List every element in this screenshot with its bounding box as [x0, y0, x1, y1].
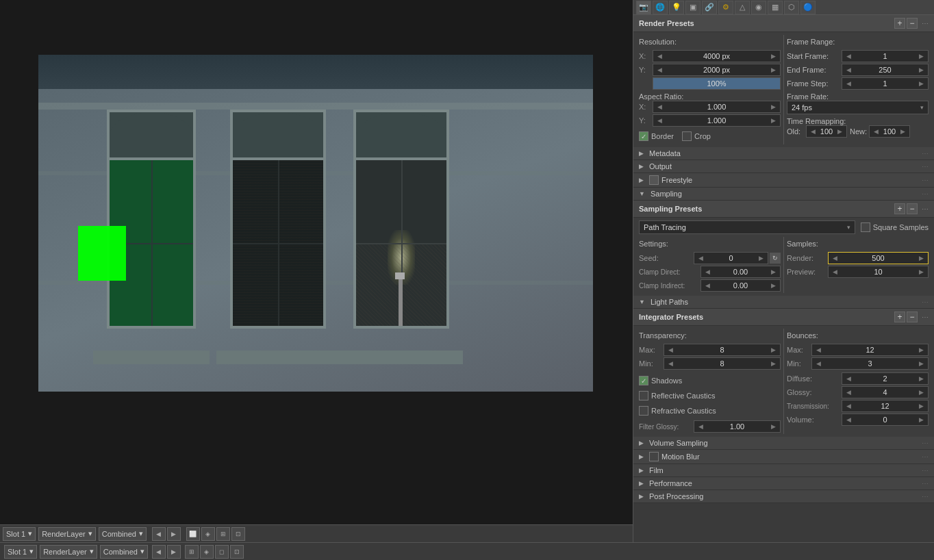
- motion-blur-row[interactable]: ▶ Motion Blur ⋯: [633, 450, 934, 464]
- resolution-x-field[interactable]: ◀ 4000 px ▶: [653, 50, 781, 62]
- volume-sampling-triangle: ▶: [639, 440, 644, 446]
- combined-selector[interactable]: Combined ▾: [100, 545, 148, 559]
- res-y-arrow-left: ◀: [656, 66, 664, 73]
- next-btn[interactable]: ▶: [167, 545, 181, 559]
- view-icon[interactable]: ◈: [200, 545, 214, 559]
- scene-icon[interactable]: 🌐: [653, 1, 668, 14]
- aspect-x-field[interactable]: ◀ 1.000 ▶: [653, 101, 781, 113]
- volume-sampling-dots: ⋯: [922, 440, 929, 447]
- aspect-y-field[interactable]: ◀ 1.000 ▶: [653, 114, 781, 127]
- transmission-field[interactable]: ◀ 12 ▶: [842, 400, 929, 412]
- physics-icon[interactable]: 🔵: [800, 1, 816, 14]
- seed-icon[interactable]: ↻: [770, 253, 781, 264]
- refractive-caustics-checkbox[interactable]: [639, 406, 648, 416]
- material-icon[interactable]: ◉: [751, 1, 766, 14]
- motion-blur-triangle: ▶: [639, 453, 644, 460]
- slot-selector-bottom[interactable]: Slot 1 ▾: [4, 545, 37, 559]
- path-tracing-dropdown[interactable]: Path Tracing ▾: [639, 220, 855, 234]
- render-presets-dots[interactable]: ⋯: [922, 20, 929, 27]
- render-icon-btn[interactable]: ◻: [215, 545, 229, 559]
- integrator-presets-remove-btn[interactable]: −: [907, 311, 918, 322]
- light-paths-row[interactable]: ▼ Light Paths ⋯: [633, 296, 934, 309]
- sampling-presets-add-btn[interactable]: +: [894, 203, 905, 214]
- freestyle-triangle: ▶: [639, 177, 644, 183]
- modifier-icon[interactable]: ⚙: [718, 1, 733, 14]
- volume-sampling-row[interactable]: ▶ Volume Sampling ⋯: [633, 437, 934, 450]
- square-samples-row: Square Samples: [861, 222, 929, 232]
- performance-row[interactable]: ▶ Performance ⋯: [633, 477, 934, 490]
- data-icon[interactable]: △: [735, 1, 750, 14]
- motion-blur-checkbox[interactable]: [649, 452, 659, 461]
- render-layer-selector[interactable]: RenderLayer ▾: [38, 527, 96, 541]
- grid-icon[interactable]: ⊞: [185, 545, 199, 559]
- extra-icon[interactable]: ⊡: [230, 545, 244, 559]
- integrator-presets-add-btn[interactable]: +: [894, 311, 905, 322]
- viewport[interactable]: Slot 1 ▾ RenderLayer ▾ Combined ▾ ◀ ▶: [0, 0, 633, 542]
- new-field[interactable]: ◀ 100 ▶: [869, 125, 910, 138]
- old-field[interactable]: ◀ 100 ▶: [806, 125, 847, 138]
- constraint-icon[interactable]: 🔗: [702, 1, 717, 14]
- clamp-indirect-field[interactable]: ◀ 0.00 ▶: [700, 279, 781, 292]
- post-processing-row[interactable]: ▶ Post Processing ⋯: [633, 490, 934, 503]
- bounces-max-field[interactable]: ◀ 12 ▶: [811, 344, 929, 356]
- freestyle-row[interactable]: ▶ Freestyle ⋯: [633, 173, 934, 188]
- preview-samples-field[interactable]: ◀ 10 ▶: [828, 266, 929, 278]
- texture-icon[interactable]: ▦: [768, 1, 783, 14]
- next-frame-btn[interactable]: ▶: [167, 527, 181, 541]
- resolution-y-field[interactable]: ◀ 2000 px ▶: [653, 64, 781, 76]
- filter-glossy-field[interactable]: ◀ 1.00 ▶: [694, 420, 781, 433]
- metadata-row[interactable]: ▶ Metadata ⋯: [633, 147, 934, 160]
- object-icon[interactable]: ▣: [685, 1, 700, 14]
- view-icon3[interactable]: ⊞: [216, 527, 230, 541]
- sampling-triangle: ▼: [639, 190, 645, 197]
- render-icon[interactable]: 📷: [636, 1, 651, 14]
- glossy-field[interactable]: ◀ 4 ▶: [842, 386, 929, 398]
- end-frame-field[interactable]: ◀ 250 ▶: [842, 64, 929, 76]
- render-presets-header[interactable]: Render Presets + − ⋯: [633, 15, 934, 32]
- integrator-presets-header[interactable]: Integrator Presets + − ⋯: [633, 309, 934, 326]
- start-frame-field[interactable]: ◀ 1 ▶: [842, 50, 929, 62]
- reflective-caustics-checkbox[interactable]: [639, 391, 648, 400]
- seed-field[interactable]: ◀ 0 ▶: [694, 252, 768, 264]
- frame-step-field[interactable]: ◀ 1 ▶: [842, 77, 929, 90]
- view-icon2[interactable]: ◈: [201, 527, 215, 541]
- pass-selector[interactable]: Combined ▾: [99, 527, 147, 541]
- output-triangle: ▶: [639, 163, 644, 170]
- light-paths-dots: ⋯: [922, 298, 929, 306]
- shadows-checkbox[interactable]: ✓: [639, 376, 648, 385]
- clamp-direct-field[interactable]: ◀ 0.00 ▶: [700, 266, 781, 278]
- square-samples-checkbox[interactable]: [861, 222, 870, 232]
- sampling-row[interactable]: ▼ Sampling ⋯: [633, 188, 934, 201]
- render-presets-add-btn[interactable]: +: [894, 18, 905, 29]
- crop-checkbox[interactable]: [682, 131, 692, 141]
- volume-field[interactable]: ◀ 0 ▶: [842, 413, 929, 426]
- transparency-min-field[interactable]: ◀ 8 ▶: [664, 357, 781, 370]
- world-icon[interactable]: 💡: [669, 1, 684, 14]
- prev-frame-btn[interactable]: ◀: [152, 527, 166, 541]
- film-triangle: ▶: [639, 467, 644, 474]
- performance-triangle: ▶: [639, 480, 644, 487]
- resolution-percent-field[interactable]: 100%: [653, 77, 781, 90]
- sampling-presets-dots[interactable]: ⋯: [922, 205, 929, 213]
- film-row[interactable]: ▶ Film ⋯: [633, 464, 934, 477]
- integrator-presets-dots[interactable]: ⋯: [922, 314, 929, 321]
- output-row[interactable]: ▶ Output ⋯: [633, 160, 934, 173]
- frame-rate-dropdown[interactable]: 24 fps ▾: [787, 101, 929, 114]
- bounces-min-field[interactable]: ◀ 3 ▶: [811, 357, 929, 370]
- diffuse-field[interactable]: ◀ 2 ▶: [842, 372, 929, 385]
- render-samples-field[interactable]: ◀ 500 ▶: [828, 252, 929, 264]
- border-checkbox[interactable]: ✓: [639, 131, 648, 141]
- view-icon1[interactable]: ⬜: [186, 527, 200, 541]
- transparency-max-field[interactable]: ◀ 8 ▶: [664, 344, 781, 356]
- prev-btn[interactable]: ◀: [152, 545, 166, 559]
- sampling-body: Path Tracing ▾ Square Samples Settings:: [633, 218, 934, 296]
- render-layer-selector-bottom[interactable]: RenderLayer ▾: [40, 545, 97, 559]
- view-icon4[interactable]: ⊡: [231, 527, 245, 541]
- slot-selector[interactable]: Slot 1 ▾: [3, 527, 36, 541]
- sampling-presets-remove-btn[interactable]: −: [907, 203, 918, 214]
- particles-icon[interactable]: ⬡: [784, 1, 799, 14]
- render-presets-body: Resolution: X: ◀ 4000 px ▶ Y:: [633, 32, 934, 147]
- sampling-presets-header[interactable]: Sampling Presets + − ⋯: [633, 201, 934, 218]
- freestyle-checkbox[interactable]: [649, 175, 659, 185]
- render-presets-remove-btn[interactable]: −: [907, 18, 918, 29]
